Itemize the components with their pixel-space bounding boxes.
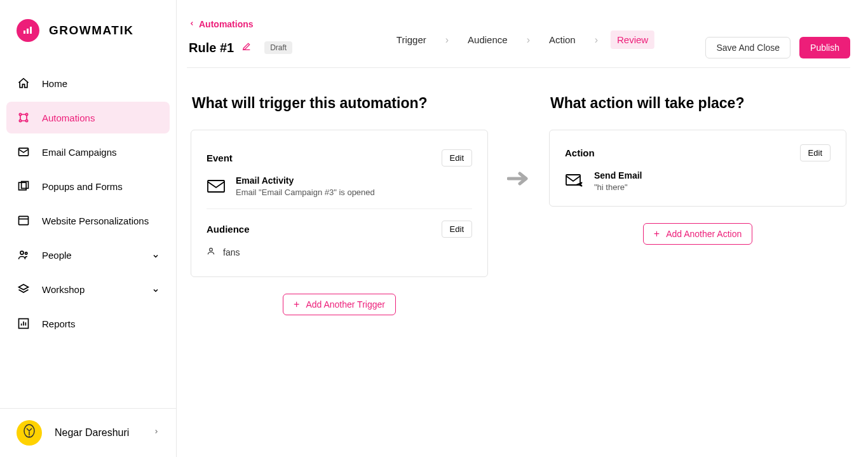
svg-rect-0 [24, 31, 25, 34]
step-nav: Trigger › Audience › Action › Review [390, 31, 654, 49]
nav-label: Reports [42, 318, 159, 329]
save-close-button[interactable]: Save And Close [705, 37, 790, 58]
nav-reports[interactable]: Reports [6, 308, 170, 339]
svg-point-3 [19, 113, 21, 115]
action-heading: What action will take place? [549, 95, 846, 112]
action-desc: "hi there" [594, 182, 642, 192]
action-column: What action will take place? Action Edit… [549, 95, 846, 245]
brand-logo-icon [17, 19, 39, 42]
trigger-column: What will trigger this automation? Event… [191, 95, 488, 315]
audience-label: Audience [207, 224, 250, 235]
nav-label: Workshop [42, 284, 140, 295]
svg-point-17 [210, 248, 213, 251]
nav: Home Automations Email Campaigns Popups … [0, 67, 176, 408]
action-card: Action Edit Send Email "hi there" [549, 130, 846, 207]
nav-label: Website Personalizations [42, 215, 159, 226]
chevron-right-icon: › [445, 34, 449, 46]
publish-button[interactable]: Publish [799, 37, 850, 58]
nav-website-personalizations[interactable]: Website Personalizations [6, 205, 170, 236]
svg-point-11 [20, 251, 24, 254]
workshop-icon [17, 282, 31, 296]
user-menu[interactable]: Negar Dareshuri [0, 408, 176, 457]
svg-point-12 [25, 252, 27, 254]
nav-label: People [42, 250, 140, 261]
nav-label: Home [42, 78, 159, 89]
step-action[interactable]: Action [543, 31, 582, 49]
trigger-heading: What will trigger this automation? [191, 95, 488, 112]
edit-event-button[interactable]: Edit [442, 149, 472, 167]
nav-label: Email Campaigns [42, 147, 159, 158]
svg-point-6 [25, 119, 27, 121]
step-audience[interactable]: Audience [461, 31, 514, 49]
step-review[interactable]: Review [611, 31, 654, 49]
event-desc: Email "Email Campaign #3" is opened [236, 188, 375, 197]
sidebar: GROWMATIK Home Automations Email Campaig… [0, 0, 177, 457]
nav-automations[interactable]: Automations [6, 102, 170, 133]
main: Automations Rule #1 Draft Save And Close… [177, 0, 868, 457]
popup-icon [17, 179, 31, 193]
add-trigger-label: Add Another Trigger [306, 299, 385, 310]
brand-row: GROWMATIK [0, 19, 176, 67]
nav-people[interactable]: People [6, 239, 170, 271]
people-icon [17, 248, 31, 262]
action-label: Action [565, 147, 595, 158]
plus-icon: + [294, 299, 299, 310]
user-name: Negar Dareshuri [55, 427, 140, 439]
nav-popups-forms[interactable]: Popups and Forms [6, 170, 170, 202]
add-action-label: Add Another Action [666, 229, 742, 239]
person-icon [207, 247, 215, 257]
edit-audience-button[interactable]: Edit [442, 221, 472, 238]
event-item: Email Activity Email "Email Campaign #3"… [207, 175, 472, 197]
nav-workshop[interactable]: Workshop [6, 273, 170, 305]
audience-value: fans [223, 247, 240, 257]
chevron-right-icon: › [595, 34, 598, 46]
website-icon [17, 214, 31, 228]
nav-email-campaigns[interactable]: Email Campaigns [6, 136, 170, 168]
action-title: Send Email [594, 170, 642, 181]
home-icon [17, 76, 31, 90]
nav-label: Automations [42, 113, 159, 123]
nav-home[interactable]: Home [6, 67, 170, 99]
svg-point-15 [29, 436, 30, 437]
content: What will trigger this automation? Event… [187, 68, 850, 315]
step-trigger[interactable]: Trigger [390, 31, 433, 49]
rule-title: Rule #1 [189, 41, 234, 55]
event-title: Email Activity [236, 175, 375, 186]
email-icon [17, 145, 31, 159]
send-email-icon [565, 174, 584, 189]
top-actions: Save And Close Publish [705, 37, 850, 58]
arrow-icon [507, 95, 530, 186]
svg-rect-16 [208, 181, 224, 192]
breadcrumb-label: Automations [199, 19, 254, 29]
svg-point-5 [19, 119, 21, 121]
chevron-down-icon [152, 251, 159, 259]
chevron-right-icon [153, 427, 159, 439]
audience-item: fans [207, 247, 472, 257]
edit-title-button[interactable] [241, 41, 252, 54]
status-badge: Draft [264, 41, 292, 54]
chevron-right-icon: › [527, 34, 530, 46]
brand-name: GROWMATIK [49, 24, 133, 38]
svg-rect-10 [19, 216, 29, 224]
event-label: Event [207, 153, 233, 163]
automations-icon [17, 111, 31, 125]
svg-rect-18 [566, 175, 580, 185]
trigger-card: Event Edit Email Activity Email "Email C… [191, 130, 488, 277]
action-item: Send Email "hi there" [565, 170, 831, 192]
avatar-icon [17, 420, 42, 446]
chevron-left-icon [189, 19, 195, 29]
add-trigger-button[interactable]: + Add Another Trigger [283, 294, 396, 315]
topbar-left: Rule #1 Draft [187, 41, 292, 55]
chevron-down-icon [152, 285, 159, 293]
edit-action-button[interactable]: Edit [800, 144, 831, 161]
svg-rect-1 [27, 29, 29, 34]
email-activity-icon [207, 179, 226, 194]
nav-label: Popups and Forms [42, 181, 159, 192]
add-action-button[interactable]: + Add Another Action [643, 223, 752, 245]
reports-icon [17, 317, 31, 331]
svg-rect-2 [30, 27, 32, 34]
svg-point-4 [25, 113, 27, 115]
plus-icon: + [654, 229, 660, 239]
